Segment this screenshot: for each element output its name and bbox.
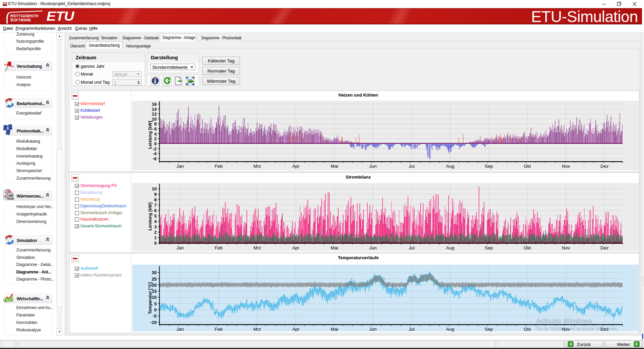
svg-text:Aug: Aug [446,245,454,250]
svg-text:Mrz: Mrz [254,245,261,250]
svg-text:10: 10 [152,186,157,191]
svg-text:Nov: Nov [562,245,570,250]
svg-text:SOFTWARE: SOFTWARE [10,17,32,22]
svg-text:Aug: Aug [446,164,454,169]
svg-text:4: 4 [154,219,157,224]
svg-text:12: 12 [152,111,157,117]
svg-text:8: 8 [154,197,157,202]
svg-text:Jan: Jan [176,245,184,250]
svg-text:Jun: Jun [369,245,377,250]
svg-text:ETU: ETU [46,9,75,24]
svg-text:Apr: Apr [292,327,300,332]
svg-text:-4: -4 [153,151,157,156]
svg-text:Jan: Jan [176,327,184,332]
svg-text:6: 6 [154,126,157,131]
svg-text:Mai: Mai [331,245,338,250]
svg-text:8: 8 [154,121,157,126]
svg-text:-2: -2 [153,146,157,151]
svg-text:-6: -6 [153,156,157,161]
svg-text:Feb: Feb [215,327,223,332]
svg-text:Jul: Jul [409,327,415,332]
svg-text:2: 2 [154,136,157,141]
svg-text:Jun: Jun [369,327,377,332]
svg-text:Mrz: Mrz [254,164,261,169]
svg-text:5: 5 [154,213,157,219]
svg-text:9: 9 [154,192,157,197]
svg-text:7: 7 [154,203,157,208]
svg-text:Apr: Apr [292,245,300,250]
svg-text:-10: -10 [150,320,157,325]
svg-text:5: 5 [154,301,157,306]
svg-text:0: 0 [154,307,157,312]
svg-text:Temperatur [°C]: Temperatur [°C] [148,282,153,314]
svg-text:Aug: Aug [446,327,454,332]
svg-text:Jul: Jul [409,164,415,169]
svg-text:1: 1 [154,235,157,240]
svg-text:Jul: Jul [409,245,415,250]
svg-text:6: 6 [154,208,157,213]
svg-text:Nov: Nov [562,164,570,169]
svg-text:Sep: Sep [485,245,493,250]
svg-text:0: 0 [154,241,157,246]
svg-text:€: € [4,298,6,302]
svg-text:3: 3 [154,224,157,229]
svg-text:Leistung [kW]: Leistung [kW] [148,121,153,149]
svg-text:Feb: Feb [215,245,223,250]
svg-text:Sep: Sep [485,164,493,169]
svg-text:4: 4 [154,131,157,137]
svg-text:Dez: Dez [600,164,608,169]
svg-text:Okt: Okt [524,164,531,169]
svg-text:Dez: Dez [600,245,608,250]
svg-text:30: 30 [152,270,157,275]
svg-text:Jan: Jan [176,164,184,169]
svg-text:25: 25 [152,276,157,282]
svg-text:Mai: Mai [331,164,338,169]
svg-text:-5: -5 [153,313,157,319]
svg-text:14: 14 [152,107,157,112]
svg-text:Okt: Okt [524,327,531,332]
svg-text:Leistung [kW]: Leistung [kW] [148,203,153,231]
svg-text:Jun: Jun [369,164,377,169]
svg-text:16: 16 [152,102,157,107]
svg-text:10: 10 [152,117,157,122]
svg-text:Mai: Mai [331,327,338,332]
svg-text:Okt: Okt [524,245,531,250]
svg-text:HOTTGENROTH: HOTTGENROTH [10,13,39,18]
svg-text:2: 2 [154,230,157,235]
svg-text:Feb: Feb [215,164,223,169]
svg-text:Mrz: Mrz [254,327,261,332]
svg-text:Apr: Apr [292,164,300,169]
svg-text:Sep: Sep [485,327,493,332]
svg-text:0: 0 [154,141,157,146]
